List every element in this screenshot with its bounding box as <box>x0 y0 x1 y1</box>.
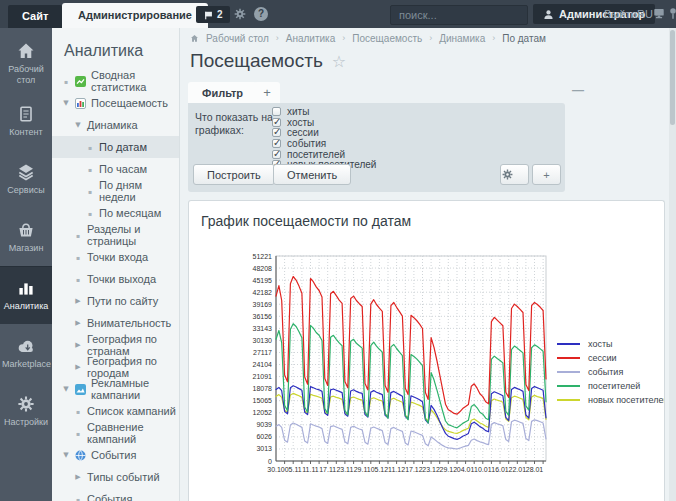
build-button[interactable]: Построить <box>193 164 275 185</box>
sidebar-item-label: Динамика <box>87 119 138 131</box>
sidebar-item[interactable]: ▪Список кампаний <box>52 400 179 422</box>
svg-text:42182: 42182 <box>253 289 273 296</box>
notifications-button[interactable]: 2 <box>196 6 230 23</box>
legend-label: новых посетителей <box>588 395 665 405</box>
rail-item-gear[interactable]: Настройки <box>0 382 52 440</box>
search-input[interactable] <box>391 9 545 21</box>
logout-link[interactable]: Выйти <box>604 0 637 28</box>
breadcrumb-item[interactable]: Рабочий стол <box>206 33 269 44</box>
sidebar-item-label: Сравнение кампаний <box>87 421 179 445</box>
sidebar-item[interactable]: ▪Сводная статистика <box>52 70 179 92</box>
legend-item: новых посетителей <box>557 393 665 407</box>
sidebar-item-label: Пути по сайту <box>87 295 158 307</box>
filter-checkbox[interactable] <box>272 128 281 137</box>
events-icon <box>75 450 86 461</box>
sidebar-item[interactable]: ▶География по странам <box>52 334 179 356</box>
cancel-button[interactable]: Отменить <box>273 164 351 185</box>
bullet-icon: ▪ <box>74 254 82 261</box>
rail-item-home[interactable]: Рабочий стол <box>0 34 52 92</box>
sidebar-item-label: Сводная статистика <box>91 69 179 93</box>
filter-checkbox[interactable] <box>272 107 281 116</box>
sidebar-item[interactable]: ▪По часам <box>52 158 179 180</box>
rail-item-basket[interactable]: Магазин <box>0 208 52 266</box>
rail-item-label: Рабочий стол <box>2 64 50 85</box>
help-icon[interactable]: ? <box>254 7 268 21</box>
add-filter-tab[interactable]: + <box>254 82 280 103</box>
filter-checkbox[interactable] <box>272 118 281 127</box>
breadcrumb-separator: › <box>342 33 345 43</box>
bullet-icon: ▪ <box>74 232 82 239</box>
filter-checkbox-label: события <box>287 138 326 149</box>
sidebar-item[interactable]: ▪По дням недели <box>52 180 179 202</box>
sidebar-item[interactable]: ▼Рекламные кампании <box>52 378 179 400</box>
chevron-down-icon: ▼ <box>62 451 70 459</box>
chevron-down-icon: ▼ <box>62 385 70 393</box>
filter-add-button[interactable]: + <box>532 164 561 185</box>
svg-text:21091: 21091 <box>253 373 273 380</box>
rail-item-label: Сервисы <box>2 185 50 195</box>
breadcrumb-item[interactable]: Динамика <box>439 33 485 44</box>
sidebar-title: Аналитика <box>52 28 179 70</box>
bullet-icon: ▪ <box>62 78 70 85</box>
sidebar-item-label: География по городам <box>87 355 179 379</box>
legend-label: сессии <box>588 353 617 363</box>
breadcrumb-item[interactable]: По датам <box>502 33 546 44</box>
sidebar-item[interactable]: ▼Динамика <box>52 114 179 136</box>
svg-text:04.01: 04.01 <box>457 466 475 473</box>
chevron-right-icon: ▶ <box>74 341 82 349</box>
sidebar-item[interactable]: ▪По датам <box>52 136 179 158</box>
sidebar-item[interactable]: ▶Типы событий <box>52 466 179 488</box>
page-title: Посещаемость <box>190 50 323 72</box>
rail-item-layers[interactable]: Сервисы <box>0 150 52 208</box>
sidebar-item[interactable]: ▪События <box>52 488 179 501</box>
legend-swatch <box>557 385 580 387</box>
rail-item-cloud[interactable]: Marketplace <box>0 324 52 382</box>
sidebar-item[interactable]: ▼События <box>52 444 179 466</box>
svg-text:45195: 45195 <box>253 277 273 284</box>
sidebar-item-label: По часам <box>99 163 147 175</box>
traffic-icon <box>75 98 86 109</box>
filter-settings-button[interactable] <box>500 164 529 185</box>
filter-option: сессии <box>272 127 376 138</box>
bullet-icon: ▪ <box>74 430 82 437</box>
chevron-right-icon: ▶ <box>74 319 82 327</box>
scrollbar[interactable] <box>669 28 676 501</box>
basket-icon <box>16 220 36 240</box>
sidebar-item[interactable]: ▪Разделы и страницы <box>52 224 179 246</box>
filter-checkbox[interactable] <box>272 150 281 159</box>
sidebar-item[interactable]: ▪Сравнение кампаний <box>52 422 179 444</box>
scrollbar-thumb[interactable] <box>670 30 675 125</box>
sidebar-item[interactable]: ▶Пути по сайту <box>52 290 179 312</box>
site-tab[interactable]: Сайт <box>8 5 62 28</box>
svg-text:0: 0 <box>268 458 272 465</box>
svg-text:16.01: 16.01 <box>491 466 509 473</box>
home-icon[interactable] <box>190 34 199 43</box>
breadcrumb-item[interactable]: Аналитика <box>286 33 336 44</box>
sidebar-item[interactable]: ▪Точки выхода <box>52 268 179 290</box>
svg-text:33143: 33143 <box>253 325 273 332</box>
search-box <box>390 5 528 25</box>
sidebar-item[interactable]: ▼Посещаемость <box>52 92 179 114</box>
rail-item-bar-chart[interactable]: Аналитика <box>0 266 52 324</box>
star-icon[interactable]: ☆ <box>332 52 346 71</box>
minimize-filter-button[interactable]: — <box>572 83 584 97</box>
gear-icon[interactable] <box>233 7 247 21</box>
rail-item-document[interactable]: Контент <box>0 92 52 150</box>
sidebar-item[interactable]: ▶Внимательность <box>52 312 179 334</box>
breadcrumb-separator: › <box>492 33 495 43</box>
pin-icon[interactable] <box>667 7 676 19</box>
filter-tab[interactable]: Фильтр <box>188 82 257 103</box>
svg-text:48208: 48208 <box>253 265 273 272</box>
sidebar-item-label: Рекламные кампании <box>91 377 179 401</box>
display-icon[interactable] <box>653 7 665 19</box>
svg-text:11.11: 11.11 <box>302 466 319 473</box>
svg-text:39169: 39169 <box>253 301 273 308</box>
sidebar-item[interactable]: ▪Точки входа <box>52 246 179 268</box>
filter-checkbox[interactable] <box>272 139 281 148</box>
rail-item-label: Настройки <box>2 417 50 427</box>
sidebar-item[interactable]: ▪По месяцам <box>52 202 179 224</box>
breadcrumb-item[interactable]: Посещаемость <box>352 33 422 44</box>
sidebar-item[interactable]: ▶География по городам <box>52 356 179 378</box>
admin-tab[interactable]: Администрирование <box>62 3 208 28</box>
svg-text:29.12: 29.12 <box>440 466 458 473</box>
